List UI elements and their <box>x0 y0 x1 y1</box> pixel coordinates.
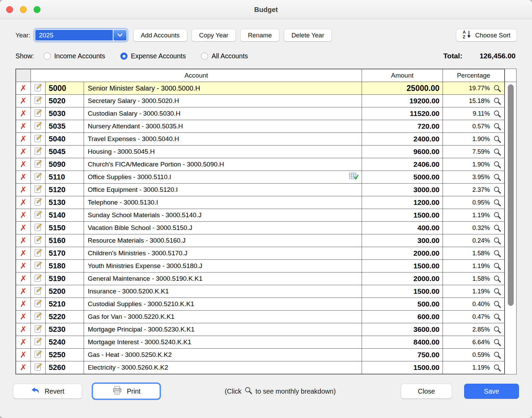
amount-cell[interactable]: 400.00 <box>362 222 443 234</box>
monthly-breakdown-button[interactable] <box>490 313 504 321</box>
account-name-cell[interactable]: Custodian Salary - 3000.5030.H <box>84 107 362 120</box>
delete-account-button[interactable]: ✗ <box>20 96 27 105</box>
edit-account-button[interactable] <box>34 113 43 118</box>
account-row[interactable]: ✗ 5040 Travel Expenses - 3000.5040.H <box>16 133 505 146</box>
account-row[interactable]: ✗ 5120 Office Equipment - 3000.5120.I <box>16 184 505 196</box>
account-name-cell[interactable]: Telephone - 3000.5130.I <box>84 196 362 209</box>
account-row[interactable]: ✗ 5020 Secretary Salary - 3000.5020.H <box>16 95 505 107</box>
account-number[interactable]: 5170 <box>46 247 84 260</box>
account-number[interactable]: 5190 <box>46 272 84 285</box>
amount-cell[interactable]: 600.00 <box>362 311 443 323</box>
account-number[interactable]: 5250 <box>46 349 84 361</box>
monthly-breakdown-button[interactable] <box>490 122 504 131</box>
account-name-cell[interactable]: Sunday School Materials - 3000.5140.J <box>84 209 362 222</box>
account-name-cell[interactable]: Gas for Van - 3000.5220.K.K1 <box>84 311 362 323</box>
account-row[interactable]: ✗ 5130 Telephone - 3000.5130.I <box>16 196 505 209</box>
amount-cell[interactable]: 5000.00 <box>362 171 443 184</box>
revert-button[interactable]: Revert <box>13 384 82 399</box>
edit-account-button[interactable] <box>34 290 43 296</box>
delete-account-button[interactable]: ✗ <box>20 185 27 194</box>
edit-account-button[interactable] <box>34 214 43 220</box>
rename-button[interactable]: Rename <box>240 29 279 42</box>
account-name-cell[interactable]: Insurance - 3000.5200.K.K1 <box>84 285 362 298</box>
account-number[interactable]: 5090 <box>46 158 84 171</box>
amount-cell[interactable]: 1200.00 <box>362 196 443 209</box>
radio-icon[interactable] <box>44 53 51 60</box>
choose-sort-button[interactable]: A Z Choose Sort <box>456 29 517 42</box>
account-row[interactable]: ✗ 5190 General Maintenance - 3000.5190.K… <box>16 272 505 285</box>
show-option-radio[interactable]: All Accounts <box>201 52 248 60</box>
monthly-breakdown-button[interactable] <box>490 363 504 372</box>
account-number[interactable]: 5120 <box>46 184 84 196</box>
amount-cell[interactable]: 9600.00 <box>362 146 443 158</box>
delete-account-button[interactable]: ✗ <box>20 172 27 182</box>
delete-account-button[interactable]: ✗ <box>20 248 27 258</box>
monthly-breakdown-button[interactable] <box>490 338 504 347</box>
chevron-down-icon[interactable] <box>113 30 126 40</box>
account-name-cell[interactable]: Mortgage Principal - 3000.5230.K.K1 <box>84 323 362 336</box>
edit-account-button[interactable] <box>34 201 43 207</box>
account-number[interactable]: 5240 <box>46 336 84 349</box>
account-row[interactable]: ✗ 5110 Office Supplies - 3000.5110.I <box>16 171 505 184</box>
print-button[interactable]: Print <box>93 384 160 399</box>
amount-cell[interactable]: 500.00 <box>362 298 443 311</box>
edit-account-button[interactable] <box>34 367 43 372</box>
close-button[interactable]: Close <box>401 384 452 399</box>
account-number[interactable]: 5020 <box>46 95 84 107</box>
amount-cell[interactable]: 300.00 <box>362 234 443 247</box>
delete-account-button[interactable]: ✗ <box>20 210 27 220</box>
radio-icon[interactable] <box>120 53 128 60</box>
account-row[interactable]: ✗ 5170 Children's Ministries - 3000.5170… <box>16 247 505 260</box>
account-number[interactable]: 5210 <box>46 298 84 311</box>
delete-year-button[interactable]: Delete Year <box>284 29 332 42</box>
delete-account-button[interactable]: ✗ <box>20 109 27 118</box>
monthly-breakdown-button[interactable] <box>490 148 504 156</box>
monthly-breakdown-button[interactable] <box>490 236 504 245</box>
edit-account-button[interactable] <box>34 100 43 106</box>
monthly-breakdown-button[interactable] <box>490 275 504 283</box>
account-row[interactable]: ✗ 5230 Mortgage Principal - 3000.5230.K.… <box>16 323 505 336</box>
account-name-cell[interactable]: Custodial Supplies - 3000.5210.K.K1 <box>84 298 362 311</box>
edit-account-button[interactable] <box>34 125 43 131</box>
account-name-cell[interactable]: Office Supplies - 3000.5110.I <box>84 171 362 184</box>
delete-account-button[interactable]: ✗ <box>20 223 27 232</box>
account-row[interactable]: ✗ 5250 Gas - Heat - 3000.5250.K.K2 <box>16 349 505 361</box>
edit-account-button[interactable] <box>34 341 43 347</box>
delete-account-button[interactable]: ✗ <box>20 147 27 156</box>
monthly-breakdown-button[interactable] <box>490 135 504 143</box>
account-number[interactable]: 5140 <box>46 209 84 222</box>
account-number[interactable]: 5150 <box>46 222 84 234</box>
account-name-cell[interactable]: Resource Materials - 3000.5160.J <box>84 234 362 247</box>
delete-account-button[interactable]: ✗ <box>20 134 27 143</box>
account-number[interactable]: 5045 <box>46 146 84 158</box>
account-name-cell[interactable]: Housing - 3000.5045.H <box>84 146 362 158</box>
account-number[interactable]: 5180 <box>46 260 84 272</box>
account-name-cell[interactable]: Youth Ministries Expense - 3000.5180.J <box>84 260 362 272</box>
vertical-scrollbar[interactable] <box>505 69 516 374</box>
account-row[interactable]: ✗ 5210 Custodial Supplies - 3000.5210.K.… <box>16 298 505 311</box>
edit-account-button[interactable] <box>34 227 43 233</box>
account-number[interactable]: 5220 <box>46 311 84 323</box>
account-number[interactable]: 5160 <box>46 234 84 247</box>
delete-account-button[interactable]: ✗ <box>20 287 27 296</box>
account-name-cell[interactable]: Gas - Heat - 3000.5250.K.K2 <box>84 349 362 361</box>
edit-account-button[interactable] <box>34 87 43 93</box>
delete-account-button[interactable]: ✗ <box>20 261 27 270</box>
monthly-breakdown-button[interactable] <box>490 160 504 169</box>
account-number[interactable]: 5035 <box>46 120 84 133</box>
amount-cell[interactable]: 3000.00 <box>362 184 443 196</box>
edit-account-button[interactable] <box>34 252 43 258</box>
edit-account-button[interactable] <box>34 354 43 360</box>
amount-cell[interactable]: 2000.00 <box>362 272 443 285</box>
amount-cell[interactable]: 8400.00 <box>362 336 443 349</box>
account-number[interactable]: 5130 <box>46 196 84 209</box>
amount-cell[interactable]: 25000.00 <box>362 82 443 95</box>
edit-account-button[interactable] <box>34 189 43 195</box>
monthly-breakdown-button[interactable] <box>490 351 504 359</box>
account-row[interactable]: ✗ 5035 Nursery Attendant - 3000.5035.H <box>16 120 505 133</box>
account-number[interactable]: 5110 <box>46 171 84 184</box>
amount-cell[interactable]: 11520.00 <box>362 107 443 120</box>
account-number[interactable]: 5260 <box>46 361 84 374</box>
year-select[interactable]: 2025 <box>34 29 128 42</box>
account-row[interactable]: ✗ 5150 Vacation Bible School - 3000.5150… <box>16 222 505 234</box>
